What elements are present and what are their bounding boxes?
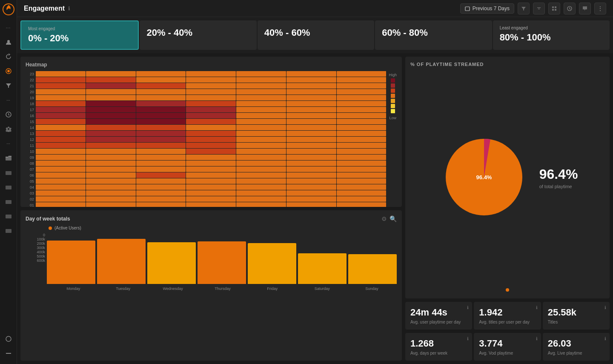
more-icon-btn[interactable]: ⋮ (594, 3, 606, 14)
heatmap-cell (86, 166, 136, 172)
heatmap-hour-label: 13 (26, 132, 36, 136)
bar-wrap (47, 233, 95, 284)
sidebar-item-refresh[interactable] (3, 51, 14, 63)
legend-color-1 (391, 78, 395, 83)
heatmap-cell (136, 196, 186, 202)
heatmap-cell (286, 83, 336, 89)
heatmap-cell (36, 125, 86, 130)
bar-settings-icon[interactable]: ⚙ (381, 215, 387, 222)
date-filter-button[interactable]: Previous 7 Days (460, 3, 514, 14)
heatmap-row: 10 (26, 149, 386, 154)
heatmap-cell (236, 125, 286, 130)
stat-info-0[interactable]: ℹ (467, 305, 469, 310)
bar-item[interactable] (348, 254, 397, 284)
bar-item[interactable] (147, 242, 196, 284)
pie-svg: 96.4% (437, 130, 531, 224)
bar-item[interactable] (248, 243, 296, 284)
bar-item[interactable] (298, 253, 347, 284)
heatmap-hour-label: 07 (26, 167, 36, 172)
bar-wrap (147, 233, 196, 284)
stat-card-1: ℹ 1.942 Avg. titles per user per day (474, 302, 541, 330)
stat-info-2[interactable]: ℹ (604, 305, 606, 310)
heatmap-row: 01 (26, 202, 386, 207)
sidebar-item-gear[interactable] (3, 123, 14, 135)
heatmap-cell (236, 196, 286, 202)
sidebar-item-minus[interactable] (3, 347, 14, 359)
heatmap-cell (186, 166, 236, 172)
heatmap-cell (36, 95, 86, 100)
heatmap-cell (337, 190, 387, 196)
svg-text:96.4%: 96.4% (476, 174, 492, 181)
sidebar-item-folder3[interactable] (3, 181, 14, 193)
sidebar-item-active[interactable] (3, 65, 14, 77)
range-card-3[interactable]: 60% - 80% (375, 20, 492, 50)
heatmap-cell (337, 101, 387, 106)
right-panel: % OF PLAYTIME STREAMED 96.4% (405, 57, 610, 361)
pie-chart-panel: % OF PLAYTIME STREAMED 96.4% (405, 57, 610, 298)
heatmap-cell (236, 101, 286, 106)
heatmap-cell (186, 184, 236, 190)
range-card-1[interactable]: 20% - 40% (140, 20, 256, 50)
heatmap-cell (36, 184, 86, 190)
stat-value-0: 24m 44s (410, 307, 467, 318)
legend-color-4 (391, 94, 395, 98)
sidebar-item-dots1[interactable]: ··· (3, 22, 14, 34)
sidebar-item-folder2[interactable] (3, 166, 14, 178)
sidebar-item-folder1[interactable] (3, 152, 14, 164)
stat-info-1[interactable]: ℹ (536, 305, 538, 310)
heatmap-cell (186, 190, 236, 196)
sidebar-item-folder5[interactable] (3, 210, 14, 222)
heatmap-cell (186, 143, 236, 148)
sidebar-item-filter[interactable] (3, 80, 14, 92)
heatmap-cell (286, 95, 336, 100)
chat-icon-btn[interactable] (579, 3, 591, 14)
range-card-value-2: 40% - 60% (264, 27, 367, 38)
heatmap-cell (236, 143, 286, 148)
stat-value-2: 25.58k (548, 307, 604, 318)
pie-content: 96.4% 96.4% of total playtime (410, 70, 604, 285)
bar-item[interactable] (97, 239, 146, 284)
bar-search-icon[interactable]: 🔍 (390, 215, 397, 222)
heatmap-cell (286, 131, 336, 136)
heatmap-cell (186, 155, 236, 160)
grid-icon-btn[interactable] (548, 3, 560, 14)
sidebar-item-circle[interactable] (3, 333, 14, 345)
heatmap-cell (337, 178, 387, 184)
range-card-0[interactable]: Most engaged 0% - 20% (20, 20, 139, 50)
stat-info-5[interactable]: ℹ (604, 336, 606, 341)
heatmap-cell (236, 119, 286, 124)
sidebar-item-folder6[interactable] (3, 224, 14, 236)
range-card-2[interactable]: 40% - 60% (258, 20, 374, 50)
info-icon[interactable]: ℹ (68, 6, 70, 11)
filter-icon-btn[interactable] (518, 3, 530, 14)
heatmap-row: 18 (26, 101, 386, 106)
stat-info-4[interactable]: ℹ (536, 336, 538, 341)
legend-color-7 (391, 109, 395, 113)
sidebar-item-dots2[interactable]: ··· (3, 94, 14, 106)
heatmap-cell (186, 89, 236, 95)
heatmap-cell (337, 155, 387, 160)
heatmap-row: 21 (26, 83, 386, 89)
range-card-4[interactable]: Least engaged 80% - 100% (493, 20, 610, 50)
sidebar-item-user[interactable] (3, 36, 14, 48)
heatmap-cell (286, 202, 336, 207)
bar-item[interactable] (47, 241, 95, 284)
bar-wrap (348, 233, 397, 284)
heatmap-cell (337, 131, 387, 136)
heatmap-cell (86, 143, 136, 148)
heatmap-cell (136, 89, 186, 95)
heatmap-row: 16 (26, 113, 386, 118)
sidebar-item-folder4[interactable] (3, 195, 14, 207)
app-logo[interactable] (3, 3, 14, 15)
heatmap-cell (186, 178, 236, 184)
heatmap-cell (36, 83, 86, 89)
filter2-icon-btn[interactable] (533, 3, 545, 14)
history-icon-btn[interactable] (564, 3, 576, 14)
bar-chart-area: 600k500k400k300k200k100k0 (26, 233, 397, 284)
heatmap-grid: 2322212019181716151413121110090807060504… (26, 71, 386, 207)
sidebar-item-dots3[interactable]: ··· (3, 138, 14, 149)
heatmap-cell (337, 95, 387, 100)
sidebar-item-clock[interactable] (3, 109, 14, 120)
bar-item[interactable] (198, 241, 246, 284)
stat-info-3[interactable]: ℹ (467, 336, 469, 341)
